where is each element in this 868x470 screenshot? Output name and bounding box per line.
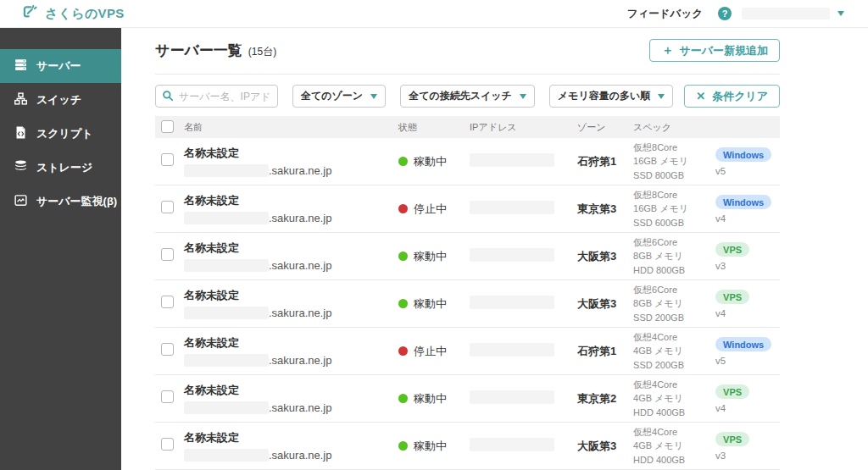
row-checkbox[interactable] — [161, 296, 174, 308]
spec-ram: 4GB メモリ — [633, 439, 715, 453]
redacted-ip-address — [470, 201, 554, 214]
plan-version: v4 — [715, 403, 780, 413]
sort-order-dropdown[interactable]: メモリ容量の多い順 — [549, 85, 673, 108]
table-row[interactable]: 名称未設定 .sakura.ne.jp 停止中 石狩第1 仮想4Core 4GB… — [155, 328, 780, 375]
add-server-button[interactable]: ＋ サーバー新規追加 — [649, 39, 780, 62]
server-name[interactable]: 名称未設定 — [184, 430, 398, 445]
plan-cell: VPS v3 — [715, 241, 780, 272]
zone-filter-dropdown[interactable]: 全てのゾーン — [292, 85, 386, 108]
status-label: 稼動中 — [414, 154, 447, 169]
plan-badge: VPS — [715, 290, 749, 304]
status-cell: 稼動中 — [398, 154, 470, 169]
server-name[interactable]: 名称未設定 — [184, 241, 398, 256]
close-icon: ✕ — [696, 90, 705, 102]
status-label: 稼動中 — [414, 296, 447, 312]
account-chevron-down-icon[interactable] — [837, 11, 844, 16]
plan-cell: Windows v5 — [715, 336, 780, 367]
redacted-ip-address — [470, 248, 554, 262]
table-row[interactable]: 名称未設定 .sakura.ne.jp 稼動中 石狩第1 仮想8Core 16G… — [155, 138, 780, 185]
redacted-hostname — [184, 449, 269, 462]
feedback-link[interactable]: フィードバック — [627, 7, 703, 21]
sidebar-item-label: サーバー監視(β) — [36, 194, 117, 209]
spec-cpu: 仮想6Core — [633, 235, 715, 250]
spec-disk: HDD 800GB — [633, 263, 715, 278]
spec-ram: 4GB メモリ — [633, 391, 715, 406]
server-name[interactable]: 名称未設定 — [184, 146, 398, 161]
select-all-checkbox[interactable] — [161, 120, 174, 133]
help-icon[interactable]: ? — [718, 7, 732, 20]
zone-label: 東京第2 — [577, 391, 633, 406]
app-logo[interactable]: さくらのVPS — [21, 3, 125, 25]
hostname: .sakura.ne.jp — [184, 401, 398, 414]
plan-version: v5 — [715, 356, 780, 366]
status-dot — [398, 252, 408, 261]
row-checkbox[interactable] — [161, 248, 174, 261]
sort-order-label: メモリ容量の多い順 — [558, 89, 650, 103]
table-row[interactable]: 名称未設定 .sakura.ne.jp 稼動中 東京第2 仮想4Core 4GB… — [155, 375, 780, 423]
hostname: .sakura.ne.jp — [184, 354, 398, 367]
status-label: 稼動中 — [414, 391, 447, 406]
spec-cpu: 仮想8Core — [633, 141, 715, 155]
switch-filter-label: 全ての接続先スイッチ — [409, 89, 512, 103]
spec-cpu: 仮想4Core — [633, 330, 715, 345]
redacted-hostname — [184, 259, 269, 272]
sidebar-item-script[interactable]: スクリプト — [0, 117, 121, 151]
row-checkbox[interactable] — [161, 438, 174, 451]
spec-cell: 仮想4Core 4GB メモリ HDD 400GB — [633, 425, 715, 467]
column-header-spec: スペック — [633, 121, 715, 134]
sidebar-item-storage[interactable]: ストレージ — [0, 151, 121, 185]
plan-cell: VPS v4 — [715, 384, 780, 414]
sidebar-item-switch[interactable]: スイッチ — [0, 83, 121, 117]
spec-cell: 仮想4Core 4GB メモリ SSD 200GB — [633, 330, 715, 373]
hostname-suffix: .sakura.ne.jp — [269, 307, 331, 319]
plan-badge: Windows — [715, 337, 771, 351]
spec-disk: HDD 400GB — [633, 453, 715, 467]
sidebar-item-label: スクリプト — [36, 126, 93, 141]
app-body: サーバー スイッチ — [0, 28, 868, 470]
redacted-ip-address — [470, 343, 554, 357]
status-cell: 稼動中 — [398, 439, 470, 454]
redacted-ip-address — [470, 390, 554, 404]
server-name[interactable]: 名称未設定 — [184, 335, 398, 351]
sidebar: サーバー スイッチ — [0, 28, 121, 470]
row-checkbox[interactable] — [161, 390, 174, 403]
row-checkbox[interactable] — [161, 201, 174, 213]
table-row[interactable]: 名称未設定 .sakura.ne.jp 稼動中 大阪第3 仮想6Core 8GB… — [155, 280, 780, 328]
status-cell: 稼動中 — [398, 296, 470, 312]
status-cell: 稼動中 — [398, 249, 470, 264]
status-dot — [398, 204, 408, 213]
hostname: .sakura.ne.jp — [184, 164, 398, 177]
redacted-account-name — [742, 8, 830, 19]
redacted-hostname — [184, 164, 269, 177]
plan-version: v5 — [715, 166, 780, 176]
plan-cell: VPS v4 — [715, 289, 780, 319]
chevron-down-icon — [370, 94, 377, 99]
table-row[interactable]: 名称未設定 .sakura.ne.jp 停止中 東京第3 仮想8Core 16G… — [155, 185, 780, 233]
table-row[interactable]: 名称未設定 .sakura.ne.jp 稼動中 大阪第3 仮想4Core 4GB… — [155, 423, 780, 470]
zone-label: 大阪第3 — [577, 249, 633, 264]
sidebar-item-server[interactable]: サーバー — [0, 49, 121, 83]
plan-version: v4 — [715, 213, 780, 224]
plan-version: v3 — [715, 261, 780, 271]
switch-filter-dropdown[interactable]: 全ての接続先スイッチ — [400, 85, 535, 108]
clear-filters-button[interactable]: ✕ 条件クリア — [684, 85, 780, 108]
row-checkbox[interactable] — [161, 153, 174, 166]
plan-cell: Windows v5 — [715, 147, 780, 177]
row-checkbox[interactable] — [161, 343, 174, 356]
spec-ram: 8GB メモリ — [633, 249, 715, 263]
sidebar-item-monitoring[interactable]: サーバー監視(β) — [0, 185, 121, 218]
spec-disk: SSD 200GB — [633, 358, 715, 373]
page-title: サーバー一覧 — [155, 41, 242, 60]
server-name[interactable]: 名称未設定 — [184, 383, 398, 398]
server-name[interactable]: 名称未設定 — [184, 193, 398, 208]
spec-ram: 8GB メモリ — [633, 296, 715, 311]
table-row[interactable]: 名称未設定 .sakura.ne.jp 稼動中 大阪第3 仮想6Core 8GB… — [155, 233, 780, 280]
spec-cell: 仮想4Core 4GB メモリ HDD 400GB — [633, 378, 715, 420]
table-header: 名前 状態 IPアドレス ゾーン スペック — [155, 116, 780, 138]
switch-icon — [14, 91, 28, 108]
spec-disk: SSD 600GB — [633, 216, 715, 230]
status-dot — [398, 299, 408, 308]
spec-ram: 16GB メモリ — [633, 202, 715, 216]
server-name[interactable]: 名称未設定 — [184, 288, 398, 303]
spec-cpu: 仮想4Core — [633, 378, 715, 392]
